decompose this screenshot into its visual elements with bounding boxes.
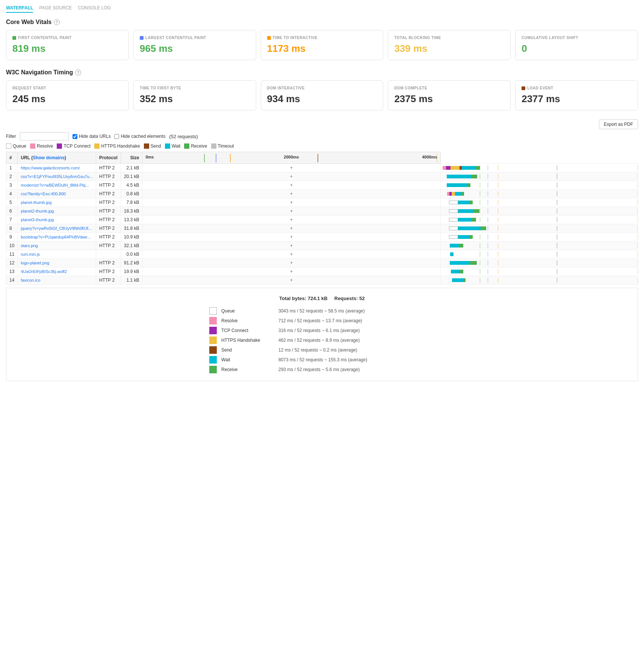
export-pdf-button[interactable]: Export as PDF [599,119,638,129]
row-bar [440,241,638,250]
row-num: 12 [6,259,18,267]
table-row: 12logo-planet.pngHTTP 291.2 kB+ [6,259,638,267]
row-url[interactable]: planet3-thumb.jpg [18,216,96,224]
row-url[interactable]: 4UaOrEtFpBISc36j.woff2 [18,267,96,276]
metric-card-tti: TIME TO INTERACTIVE 1173 ms [261,30,384,60]
metric-card-lcp: LARGEST CONTENTFUL PAINT 965 ms [133,30,256,60]
row-bar [440,190,638,198]
row-url[interactable]: planet-thumb.jpg [18,198,96,207]
row-url[interactable]: rum.min.js [18,250,96,259]
row-url-link[interactable]: logo-planet.png [21,261,49,265]
row-protocol: HTTP 2 [96,164,121,172]
row-plus[interactable]: + [142,164,440,172]
row-url-link[interactable]: planet-thumb.jpg [21,200,51,205]
row-plus[interactable]: + [142,190,440,198]
row-bar [440,267,638,276]
row-plus[interactable]: + [142,198,440,207]
row-url[interactable]: jquery?v=ywRv5tGf_C8UyV9Nh0RJf... [18,224,96,233]
row-url[interactable]: stars.png [18,241,96,250]
queue-swatch [6,143,11,149]
row-plus[interactable]: + [142,259,440,267]
lcp-value: 965 ms [140,43,250,54]
row-url-link[interactable]: stars.png [21,243,38,248]
filter-input[interactable] [20,132,69,140]
nav-timing-cards-row: REQUEST START 245 ms TIME TO FIRST BYTE … [6,80,638,110]
hide-cached-input[interactable] [114,134,119,139]
tab-console-log[interactable]: CONSOLE LOG [78,4,111,13]
summary-section: Total bytes: 724.1 kB Requests: 52 Queue… [6,288,638,381]
fcp-dot [12,36,16,40]
row-plus[interactable]: + [142,233,440,241]
row-protocol: HTTP 2 [96,172,121,181]
summary-legend-name: Queue [221,308,274,314]
row-plus[interactable]: + [142,250,440,259]
row-num: 9 [6,233,18,241]
tab-page-source[interactable]: PAGE SOURCE [39,4,72,13]
tbt-label: TOTAL BLOCKING TIME [394,36,504,40]
row-num: 8 [6,224,18,233]
row-url-link[interactable]: favicon.ico [21,278,40,282]
row-url-link[interactable]: 4UaOrEtFpBISc36j.woff2 [21,269,67,274]
table-row: 1https://www.galacticresorts.com/HTTP 22… [6,164,638,172]
row-url-link[interactable]: bootstrap?v=PUqaedup64PH8Vdwe... [21,235,91,239]
timeout-label: Timeout [218,143,234,149]
metric-card-cls: CUMULATIVE LAYOUT SHIFT 0 [515,30,638,60]
row-plus[interactable]: + [142,276,440,285]
row-protocol: HTTP 2 [96,241,121,250]
row-url-link[interactable]: planet2-thumb.jpg [21,209,54,213]
row-url[interactable]: favicon.ico [18,276,96,285]
row-url-link[interactable]: css?v=E1jFYFivuI935LUsy6nnGsu7u... [21,174,93,179]
row-bar [440,224,638,233]
row-plus[interactable]: + [142,207,440,216]
wait-label: Wait [172,143,181,149]
table-row: 6planet2-thumb.jpgHTTP 218.3 kB+ [6,207,638,216]
dom-complete-value: 2375 ms [394,93,504,105]
hide-cached-checkbox[interactable]: Hide cached elements [114,134,165,139]
table-row: 14favicon.icoHTTP 21.1 kB+ [6,276,638,285]
row-plus[interactable]: + [142,181,440,190]
lcp-dot [140,36,144,40]
nav-timing-help-icon[interactable]: ? [75,69,81,75]
load-event-label: LOAD EVENT [522,86,632,90]
row-url-link[interactable]: css?family=Exo:400,800 [21,192,66,196]
row-size: 20.1 kB [121,172,142,181]
nav-timing-title: W3C Navigation Timing ? [6,69,638,76]
legend-tcp: TCP Connect [57,143,91,149]
row-num: 10 [6,241,18,250]
row-url[interactable]: css?family=Exo:400,800 [18,190,96,198]
summary-legend-value: 712 ms / 52 requests ~ 13.7 ms (average) [278,318,362,323]
row-url[interactable]: planet2-thumb.jpg [18,207,96,216]
row-size: 10.9 kB [121,233,142,241]
cwv-help-icon[interactable]: ? [54,19,60,25]
hide-data-urls-checkbox[interactable]: Hide data URLs [73,134,111,139]
hide-data-urls-input[interactable] [73,134,77,139]
summary-total: Total bytes: 724.1 kB Requests: 52 [14,296,630,301]
row-url-link[interactable]: modernizr?v=wBEWDufH_8Md-Pbj... [21,183,89,187]
row-url[interactable]: https://www.galacticresorts.com/ [18,164,96,172]
row-protocol: HTTP 2 [96,181,121,190]
table-row: 5planet-thumb.jpgHTTP 27.8 kB+ [6,198,638,207]
nav-timing-label: W3C Navigation Timing [6,69,73,76]
row-url[interactable]: modernizr?v=wBEWDufH_8Md-Pbj... [18,181,96,190]
legend-queue: Queue [6,143,26,149]
row-plus[interactable]: + [142,216,440,224]
wait-swatch [165,143,170,149]
row-protocol: HTTP 2 [96,198,121,207]
row-plus[interactable]: + [142,172,440,181]
row-url-link[interactable]: jquery?v=ywRv5tGf_C8UyV9Nh0RJf... [21,226,92,231]
legend-timeout: Timeout [211,143,234,149]
row-url[interactable]: bootstrap?v=PUqaedup64PH8Vdwe... [18,233,96,241]
row-plus[interactable]: + [142,267,440,276]
row-plus[interactable]: + [142,224,440,233]
summary-legend-swatch [209,337,217,344]
row-url[interactable]: css?v=E1jFYFivuI935LUsy6nnGsu7u... [18,172,96,181]
table-row: 134UaOrEtFpBISc36j.woff2HTTP 219.9 kB+ [6,267,638,276]
row-url-link[interactable]: rum.min.js [21,252,40,257]
col-url[interactable]: URL (Show domains) [18,152,96,164]
tab-waterfall[interactable]: WATERFALL [6,4,33,13]
row-url-link[interactable]: https://www.galacticresorts.com/ [21,166,80,170]
row-url[interactable]: logo-planet.png [18,259,96,267]
fcp-value: 819 ms [12,43,122,54]
row-plus[interactable]: + [142,241,440,250]
row-url-link[interactable]: planet3-thumb.jpg [21,217,54,222]
